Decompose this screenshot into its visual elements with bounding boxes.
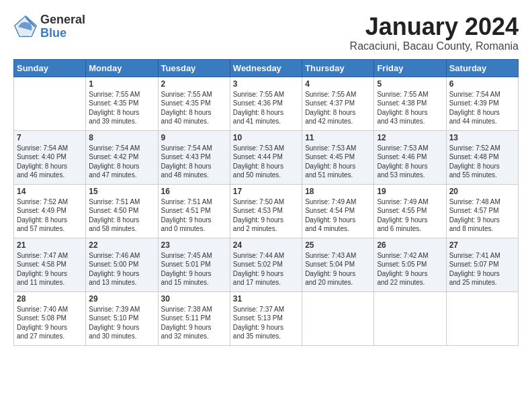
day-number: 1 — [89, 79, 154, 89]
day-number: 26 — [377, 240, 443, 250]
calendar-table: Sunday Monday Tuesday Wednesday Thursday… — [13, 59, 519, 346]
day-number: 15 — [89, 187, 154, 196]
cell-content: Sunrise: 7:47 AM Sunset: 4:58 PM Dayligh… — [17, 251, 83, 287]
calendar-cell: 15Sunrise: 7:51 AM Sunset: 4:50 PM Dayli… — [86, 184, 158, 238]
day-number: 6 — [449, 79, 515, 89]
calendar-cell: 26Sunrise: 7:42 AM Sunset: 5:05 PM Dayli… — [374, 238, 446, 291]
week-row-4: 28Sunrise: 7:40 AM Sunset: 5:08 PM Dayli… — [14, 291, 519, 345]
week-row-1: 7Sunrise: 7:54 AM Sunset: 4:40 PM Daylig… — [14, 130, 519, 184]
cell-content: Sunrise: 7:42 AM Sunset: 5:05 PM Dayligh… — [377, 251, 443, 287]
calendar-cell: 13Sunrise: 7:52 AM Sunset: 4:48 PM Dayli… — [446, 130, 518, 184]
calendar-cell: 27Sunrise: 7:41 AM Sunset: 5:07 PM Dayli… — [446, 238, 518, 291]
calendar-cell — [374, 291, 446, 345]
day-number: 23 — [161, 240, 227, 250]
cell-content: Sunrise: 7:55 AM Sunset: 4:35 PM Dayligh… — [89, 90, 154, 126]
calendar-cell: 8Sunrise: 7:54 AM Sunset: 4:42 PM Daylig… — [86, 130, 158, 184]
title-section: January 2024 Racaciuni, Bacau County, Ro… — [350, 13, 519, 52]
logo-blue-text: Blue — [40, 27, 85, 40]
header-wednesday: Wednesday — [230, 59, 302, 77]
cell-content: Sunrise: 7:41 AM Sunset: 5:07 PM Dayligh… — [449, 251, 515, 287]
logo: General Blue — [13, 13, 85, 40]
header-tuesday: Tuesday — [158, 59, 230, 77]
cell-content: Sunrise: 7:48 AM Sunset: 4:57 PM Dayligh… — [449, 197, 515, 234]
calendar-cell: 24Sunrise: 7:44 AM Sunset: 5:02 PM Dayli… — [230, 238, 302, 291]
cell-content: Sunrise: 7:52 AM Sunset: 4:49 PM Dayligh… — [17, 197, 83, 234]
week-row-3: 21Sunrise: 7:47 AM Sunset: 4:58 PM Dayli… — [14, 238, 519, 291]
header-saturday: Saturday — [446, 59, 518, 77]
calendar-cell: 25Sunrise: 7:43 AM Sunset: 5:04 PM Dayli… — [302, 238, 374, 291]
day-number: 8 — [89, 133, 154, 142]
day-number: 17 — [233, 187, 299, 196]
calendar-cell: 12Sunrise: 7:53 AM Sunset: 4:46 PM Dayli… — [374, 130, 446, 184]
logo-general-text: General — [40, 13, 85, 27]
cell-content: Sunrise: 7:46 AM Sunset: 5:00 PM Dayligh… — [89, 251, 154, 287]
calendar-cell: 29Sunrise: 7:39 AM Sunset: 5:10 PM Dayli… — [86, 291, 158, 345]
cell-content: Sunrise: 7:49 AM Sunset: 4:55 PM Dayligh… — [377, 197, 443, 234]
day-number: 12 — [377, 133, 443, 142]
calendar-cell: 22Sunrise: 7:46 AM Sunset: 5:00 PM Dayli… — [86, 238, 158, 291]
cell-content: Sunrise: 7:39 AM Sunset: 5:10 PM Dayligh… — [89, 305, 154, 341]
day-number: 22 — [89, 240, 154, 250]
cell-content: Sunrise: 7:37 AM Sunset: 5:13 PM Dayligh… — [233, 305, 299, 341]
header-row: Sunday Monday Tuesday Wednesday Thursday… — [14, 59, 519, 77]
calendar-cell: 4Sunrise: 7:55 AM Sunset: 4:37 PM Daylig… — [302, 77, 374, 130]
day-number: 11 — [305, 133, 371, 142]
day-number: 25 — [305, 240, 371, 250]
cell-content: Sunrise: 7:51 AM Sunset: 4:50 PM Dayligh… — [89, 197, 154, 234]
calendar-cell — [446, 291, 518, 345]
cell-content: Sunrise: 7:40 AM Sunset: 5:08 PM Dayligh… — [17, 305, 83, 341]
calendar-cell — [14, 77, 86, 130]
calendar-cell: 18Sunrise: 7:49 AM Sunset: 4:54 PM Dayli… — [302, 184, 374, 238]
calendar-cell: 2Sunrise: 7:55 AM Sunset: 4:35 PM Daylig… — [158, 77, 230, 130]
day-number: 9 — [161, 133, 227, 142]
calendar-cell: 7Sunrise: 7:54 AM Sunset: 4:40 PM Daylig… — [14, 130, 86, 184]
cell-content: Sunrise: 7:55 AM Sunset: 4:38 PM Dayligh… — [377, 90, 443, 126]
day-number: 16 — [161, 187, 227, 196]
day-number: 21 — [17, 240, 83, 250]
cell-content: Sunrise: 7:44 AM Sunset: 5:02 PM Dayligh… — [233, 251, 299, 287]
cell-content: Sunrise: 7:54 AM Sunset: 4:39 PM Dayligh… — [449, 90, 515, 126]
day-number: 29 — [89, 294, 154, 304]
day-number: 27 — [449, 240, 515, 250]
month-title: January 2024 — [350, 13, 519, 40]
day-number: 14 — [17, 187, 83, 196]
week-row-0: 1Sunrise: 7:55 AM Sunset: 4:35 PM Daylig… — [14, 77, 519, 130]
cell-content: Sunrise: 7:52 AM Sunset: 4:48 PM Dayligh… — [449, 144, 515, 180]
calendar-cell: 9Sunrise: 7:54 AM Sunset: 4:43 PM Daylig… — [158, 130, 230, 184]
cell-content: Sunrise: 7:53 AM Sunset: 4:44 PM Dayligh… — [233, 144, 299, 180]
week-row-2: 14Sunrise: 7:52 AM Sunset: 4:49 PM Dayli… — [14, 184, 519, 238]
calendar-cell — [302, 291, 374, 345]
cell-content: Sunrise: 7:51 AM Sunset: 4:51 PM Dayligh… — [161, 197, 227, 234]
cell-content: Sunrise: 7:45 AM Sunset: 5:01 PM Dayligh… — [161, 251, 227, 287]
calendar-cell: 6Sunrise: 7:54 AM Sunset: 4:39 PM Daylig… — [446, 77, 518, 130]
cell-content: Sunrise: 7:55 AM Sunset: 4:35 PM Dayligh… — [161, 90, 227, 126]
header-sunday: Sunday — [14, 59, 86, 77]
day-number: 4 — [305, 79, 371, 89]
day-number: 7 — [17, 133, 83, 142]
cell-content: Sunrise: 7:49 AM Sunset: 4:54 PM Dayligh… — [305, 197, 371, 234]
header-friday: Friday — [374, 59, 446, 77]
logo-icon — [13, 15, 38, 39]
calendar-cell: 19Sunrise: 7:49 AM Sunset: 4:55 PM Dayli… — [374, 184, 446, 238]
day-number: 20 — [449, 187, 515, 196]
cell-content: Sunrise: 7:54 AM Sunset: 4:40 PM Dayligh… — [17, 144, 83, 180]
day-number: 13 — [449, 133, 515, 142]
day-number: 28 — [17, 294, 83, 304]
day-number: 30 — [161, 294, 227, 304]
day-number: 3 — [233, 79, 299, 89]
logo-text: General Blue — [40, 13, 85, 40]
calendar-cell: 10Sunrise: 7:53 AM Sunset: 4:44 PM Dayli… — [230, 130, 302, 184]
cell-content: Sunrise: 7:54 AM Sunset: 4:42 PM Dayligh… — [89, 144, 154, 180]
calendar-cell: 20Sunrise: 7:48 AM Sunset: 4:57 PM Dayli… — [446, 184, 518, 238]
calendar-cell: 21Sunrise: 7:47 AM Sunset: 4:58 PM Dayli… — [14, 238, 86, 291]
cell-content: Sunrise: 7:43 AM Sunset: 5:04 PM Dayligh… — [305, 251, 371, 287]
cell-content: Sunrise: 7:55 AM Sunset: 4:37 PM Dayligh… — [305, 90, 371, 126]
header-thursday: Thursday — [302, 59, 374, 77]
day-number: 24 — [233, 240, 299, 250]
calendar-cell: 17Sunrise: 7:50 AM Sunset: 4:53 PM Dayli… — [230, 184, 302, 238]
cell-content: Sunrise: 7:50 AM Sunset: 4:53 PM Dayligh… — [233, 197, 299, 234]
day-number: 18 — [305, 187, 371, 196]
calendar-cell: 31Sunrise: 7:37 AM Sunset: 5:13 PM Dayli… — [230, 291, 302, 345]
day-number: 19 — [377, 187, 443, 196]
header-monday: Monday — [86, 59, 158, 77]
